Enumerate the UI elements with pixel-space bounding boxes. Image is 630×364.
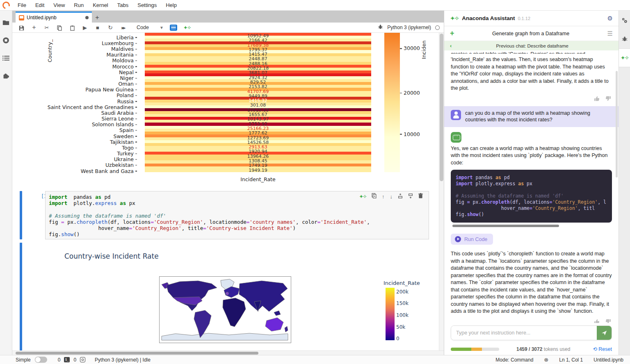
code-line: # Assuming the dataframe is named 'df' bbox=[49, 213, 425, 219]
heatmap-ytick-label: Saint Vincent and the Grenadines bbox=[48, 104, 137, 110]
menu-item-view[interactable]: View bbox=[49, 2, 69, 8]
tab-untitled-ipynb[interactable]: Untitled.ipynb bbox=[16, 11, 92, 23]
new-chat-button[interactable]: + bbox=[450, 29, 454, 38]
copy-cells-button[interactable] bbox=[56, 24, 63, 30]
delete-cell-icon[interactable] bbox=[418, 193, 423, 200]
assistant-logo-icon: ✦✧ bbox=[450, 15, 459, 22]
notebook-content: Country_ LiberiaLuxembourgMaldivesMaurit… bbox=[12, 33, 444, 350]
table-of-contents-icon[interactable] bbox=[2, 55, 9, 61]
simple-mode-toggle[interactable] bbox=[35, 357, 47, 363]
choropleth-map[interactable] bbox=[159, 276, 291, 345]
heatmap-figure: Country_ LiberiaLuxembourgMaldivesMaurit… bbox=[12, 33, 439, 185]
cell-code[interactable]: import pandas as pdimport plotly.express… bbox=[49, 194, 425, 237]
file-browser-icon[interactable] bbox=[2, 20, 9, 25]
heatmap-annotation: 2166.42 bbox=[145, 38, 371, 43]
menu-item-run[interactable]: Run bbox=[69, 2, 88, 8]
stop-kernel-button[interactable]: ■ bbox=[94, 25, 101, 31]
debugger-icon[interactable] bbox=[619, 30, 630, 48]
token-usage-text: 1459 / 3072 tokens used bbox=[516, 346, 570, 352]
save-button[interactable] bbox=[18, 24, 25, 30]
cell-collapser-output[interactable] bbox=[20, 243, 22, 350]
assistant-tab-icon[interactable]: ✦✧ bbox=[619, 48, 630, 67]
kernel-name[interactable]: Python 3 (ipykernel) bbox=[387, 25, 431, 30]
new-tab-button[interactable]: + bbox=[92, 13, 103, 23]
reset-button[interactable]: ⟲ Reset bbox=[593, 346, 612, 352]
cell-collapser-input[interactable] bbox=[20, 191, 22, 239]
run-cell-button[interactable]: ▶ bbox=[82, 25, 88, 31]
paste-cells-button[interactable] bbox=[69, 24, 75, 30]
notebook-horizontal-scrollbar[interactable] bbox=[12, 350, 444, 355]
kernel-status-icon[interactable] bbox=[435, 25, 440, 30]
map-colorbar bbox=[386, 288, 395, 340]
notebook-tools-icon[interactable] bbox=[170, 25, 177, 31]
move-cell-up-icon[interactable]: ↑ bbox=[382, 193, 385, 200]
command-mode-indicator[interactable]: Mode: Command bbox=[495, 357, 533, 363]
thumbs-down-icon[interactable] bbox=[601, 96, 611, 102]
anaconda-logo-icon bbox=[1, 0, 11, 10]
simple-mode-label: Simple bbox=[16, 357, 31, 363]
cursor-position[interactable]: Ln 1, Col 1 bbox=[559, 357, 583, 363]
code-line: # Assuming the dataframe is named 'df' bbox=[456, 193, 607, 199]
chat-scrollbar[interactable] bbox=[616, 71, 618, 177]
tab-title: Untitled.ipynb bbox=[27, 15, 85, 20]
clipped-text-line: creates a pivot table with 'Country_Regi… bbox=[451, 51, 612, 54]
thumbs-down-icon[interactable] bbox=[601, 318, 611, 323]
run-code-button[interactable]: Run Code bbox=[451, 234, 493, 245]
workspace: Untitled.ipynb + + ✂ ▶ ■ ↻ ▸▸ Code ▼ bbox=[12, 11, 444, 355]
restart-kernel-button[interactable]: ↻ bbox=[107, 24, 114, 31]
trust-indicator-icon[interactable]: ⊗ bbox=[544, 357, 548, 363]
map-colorbar-tick-label: 100k bbox=[396, 312, 409, 318]
anaconda-assistant-panel: ✦✧ Anaconda Assistant 0.1.12 ⚙ + Generat… bbox=[444, 11, 619, 355]
kernel-status-text[interactable]: Python 3 (ipykernel) | Idle bbox=[95, 357, 151, 363]
heatmap-ytick-label: Russia bbox=[117, 98, 137, 104]
extensions-icon[interactable] bbox=[2, 73, 9, 80]
menu-item-kernel[interactable]: Kernel bbox=[88, 2, 113, 8]
menu-item-help[interactable]: Help bbox=[161, 2, 181, 8]
send-button[interactable] bbox=[597, 326, 612, 340]
menu-item-edit[interactable]: Edit bbox=[31, 2, 49, 8]
thumbs-up-icon[interactable] bbox=[590, 318, 600, 323]
heatmap-ytick-label: Niger bbox=[120, 75, 137, 81]
assistant-code-block[interactable]: import pandas as pdimport plotly.express… bbox=[451, 170, 612, 223]
code-line: import plotly.express as px bbox=[456, 181, 607, 187]
duplicate-cell-icon[interactable] bbox=[372, 193, 377, 200]
cell-type-dropdown[interactable]: Code ▼ bbox=[137, 25, 164, 30]
terminal-icon[interactable]: $_ bbox=[64, 357, 70, 362]
heatmap-ytick-label: Liberia bbox=[116, 34, 137, 40]
debugger-icon[interactable] bbox=[378, 24, 383, 31]
assistant-message-2: Yes, we can create a world map with a he… bbox=[451, 145, 612, 167]
property-inspector-icon[interactable] bbox=[619, 11, 630, 30]
heatmap-ytick-label: Turkey bbox=[117, 150, 137, 157]
previous-chat-bar[interactable]: ‹ Previous chat: Describe dataframe bbox=[444, 41, 619, 50]
cell-ai-icon[interactable]: ✦✧ bbox=[359, 193, 366, 200]
heatmap-ytick-label: Papua New Guinea bbox=[85, 86, 137, 93]
cut-cells-button[interactable]: ✂ bbox=[43, 25, 50, 31]
assistant-sparkle-icon[interactable]: ✦✧ bbox=[183, 25, 191, 31]
heatmap-ytick-label: Morocco bbox=[112, 63, 137, 69]
feedback-row-2 bbox=[451, 318, 611, 323]
token-usage-bar bbox=[451, 348, 499, 351]
insert-cell-below-icon[interactable] bbox=[408, 193, 413, 200]
heatmap-colorbar-label: Inciden bbox=[421, 34, 427, 59]
code-scrollbar[interactable] bbox=[452, 225, 559, 227]
activity-bar bbox=[0, 11, 12, 355]
instruction-input[interactable] bbox=[451, 326, 597, 340]
menu-item-tabs[interactable]: Tabs bbox=[113, 2, 133, 8]
code-editor[interactable]: import pandas as pdimport plotly.express… bbox=[45, 191, 429, 239]
running-kernels-icon[interactable] bbox=[2, 37, 9, 44]
unsaved-dot-icon[interactable] bbox=[85, 16, 89, 19]
move-cell-down-icon[interactable]: ↓ bbox=[390, 193, 393, 200]
run-all-button[interactable]: ▸▸ bbox=[120, 25, 126, 31]
heatmap-annotations: 10952.492166.4217689.381795.371415.47244… bbox=[145, 34, 371, 172]
heatmap-annotation: 10143.97 bbox=[145, 117, 371, 121]
menu-icon[interactable]: ☰ bbox=[607, 30, 613, 37]
insert-cell-above-icon[interactable] bbox=[398, 193, 403, 200]
menu-item-settings[interactable]: Settings bbox=[133, 2, 161, 8]
menu-item-file[interactable]: File bbox=[13, 2, 31, 8]
heatmap-ytick-label: Maldives bbox=[111, 46, 137, 52]
thumbs-up-icon[interactable] bbox=[590, 96, 600, 102]
kernel-sessions-icon[interactable] bbox=[80, 357, 85, 362]
notebook-vertical-scrollbar[interactable] bbox=[439, 33, 444, 350]
settings-gear-icon[interactable]: ⚙ bbox=[607, 15, 613, 22]
insert-cell-button[interactable]: + bbox=[31, 24, 37, 31]
